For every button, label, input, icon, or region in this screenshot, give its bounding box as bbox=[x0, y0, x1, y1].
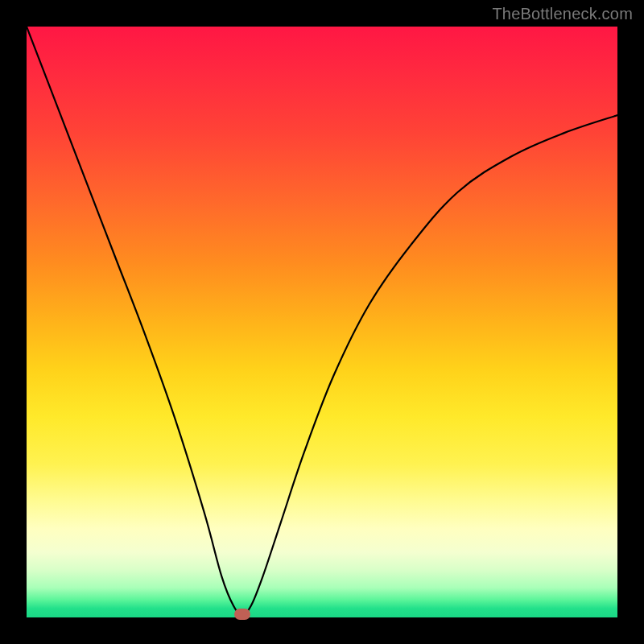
plot-area bbox=[27, 27, 617, 617]
watermark-text: TheBottleneck.com bbox=[492, 5, 633, 23]
minimum-marker bbox=[234, 609, 250, 620]
chart-frame: TheBottleneck.com bbox=[0, 0, 644, 644]
bottleneck-curve bbox=[27, 27, 617, 617]
